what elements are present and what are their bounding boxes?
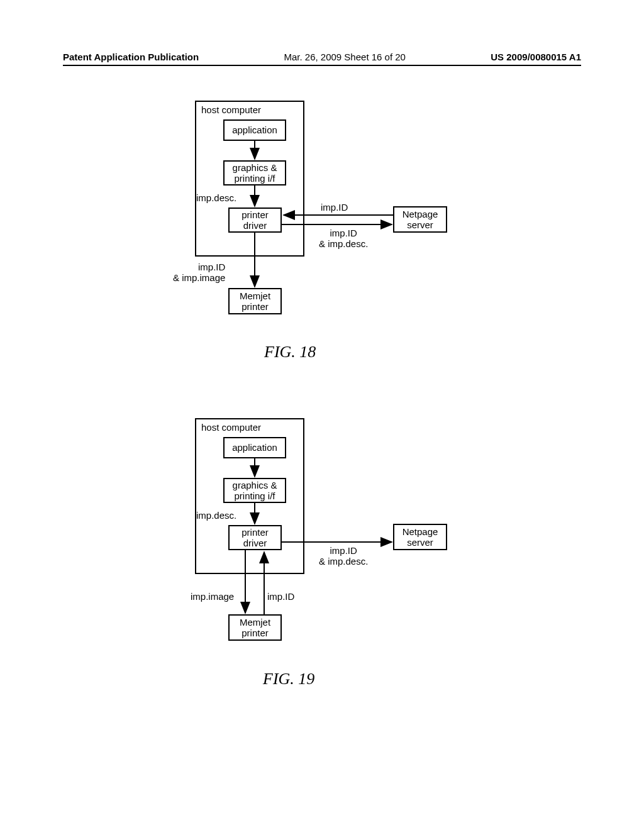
header-right: US 2009/0080015 A1 xyxy=(491,52,581,62)
fig18-caption: FIG. 18 xyxy=(264,343,316,362)
fig19-caption: FIG. 19 xyxy=(263,670,314,689)
header-left: Patent Application Publication xyxy=(63,52,199,62)
page-header: Patent Application Publication Mar. 26, … xyxy=(63,52,581,66)
fig19-arrows xyxy=(0,418,644,695)
figure-18: host computer application graphics & pri… xyxy=(0,101,644,371)
header-mid: Mar. 26, 2009 Sheet 16 of 20 xyxy=(284,52,405,62)
figure-19: host computer application graphics & pri… xyxy=(0,418,644,695)
fig18-arrows xyxy=(0,101,644,371)
